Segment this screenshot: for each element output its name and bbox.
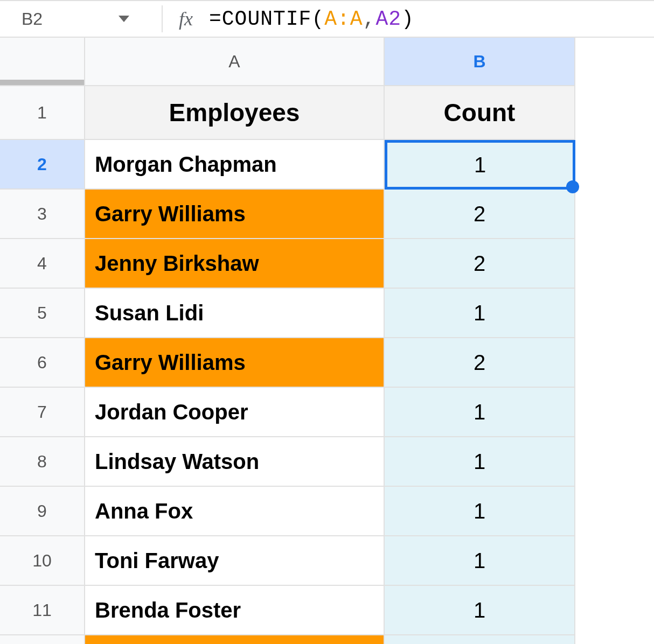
cell-b9[interactable]: 1	[385, 487, 575, 536]
row-header-8[interactable]: 8	[0, 437, 85, 487]
cell-b3[interactable]: 2	[385, 190, 575, 239]
row-header-2[interactable]: 2	[0, 140, 85, 190]
cell-b4[interactable]: 2	[385, 239, 575, 289]
cell-b1[interactable]: Count	[385, 86, 575, 140]
fx-icon: fx	[162, 5, 193, 32]
row-header-4[interactable]: 4	[0, 239, 85, 289]
row-header-5[interactable]: 5	[0, 289, 85, 338]
cell-b7[interactable]: 1	[385, 388, 575, 437]
formula-range-2: A2	[375, 8, 401, 31]
cell-a12[interactable]: Jenny Birkshaw	[85, 635, 385, 644]
row-header-1[interactable]: 1	[0, 86, 85, 140]
cell-a11[interactable]: Brenda Foster	[85, 586, 385, 635]
cell-a1[interactable]: Employees	[85, 86, 385, 140]
cell-a2[interactable]: Morgan Chapman	[85, 140, 385, 190]
selection-fill-handle[interactable]	[566, 180, 579, 193]
spreadsheet-grid: A B 1 Employees Count 2 Morgan Chapman 1…	[0, 38, 654, 644]
formula-range-1: A:A	[324, 8, 363, 31]
formula-text: =COUNTIF(	[209, 8, 324, 31]
cell-a6[interactable]: Garry Williams	[85, 338, 385, 388]
column-header-b[interactable]: B	[385, 38, 575, 86]
formula-suffix: )	[401, 8, 414, 31]
cell-b2[interactable]: 1	[385, 140, 575, 190]
formula-bar: B2 fx =COUNTIF(A:A,A2)	[0, 0, 654, 38]
cell-a10[interactable]: Toni Farway	[85, 536, 385, 586]
cell-a7[interactable]: Jordan Cooper	[85, 388, 385, 437]
cell-b5[interactable]: 1	[385, 289, 575, 338]
select-all-corner[interactable]	[0, 38, 85, 86]
row-header-11[interactable]: 11	[0, 586, 85, 635]
row-header-6[interactable]: 6	[0, 338, 85, 388]
name-box-dropdown-icon[interactable]	[119, 16, 129, 22]
cell-a3[interactable]: Garry Williams	[85, 190, 385, 239]
row-header-9[interactable]: 9	[0, 487, 85, 536]
cell-b11[interactable]: 1	[385, 586, 575, 635]
cell-a5[interactable]: Susan Lidi	[85, 289, 385, 338]
cell-b8[interactable]: 1	[385, 437, 575, 487]
cell-a4[interactable]: Jenny Birkshaw	[85, 239, 385, 289]
row-header-7[interactable]: 7	[0, 388, 85, 437]
formula-comma: ,	[363, 8, 376, 31]
cell-b2-value: 1	[474, 153, 486, 177]
formula-input[interactable]: =COUNTIF(A:A,A2)	[209, 8, 414, 31]
cell-b6[interactable]: 2	[385, 338, 575, 388]
cell-b10[interactable]: 1	[385, 536, 575, 586]
cell-a8[interactable]: Lindsay Watson	[85, 437, 385, 487]
row-header-10[interactable]: 10	[0, 536, 85, 586]
column-header-a[interactable]: A	[85, 38, 385, 86]
cell-a9[interactable]: Anna Fox	[85, 487, 385, 536]
cell-b12[interactable]: 2	[385, 635, 575, 644]
row-header-12[interactable]: 12	[0, 635, 85, 644]
row-header-3[interactable]: 3	[0, 190, 85, 239]
name-box[interactable]: B2	[11, 9, 119, 29]
